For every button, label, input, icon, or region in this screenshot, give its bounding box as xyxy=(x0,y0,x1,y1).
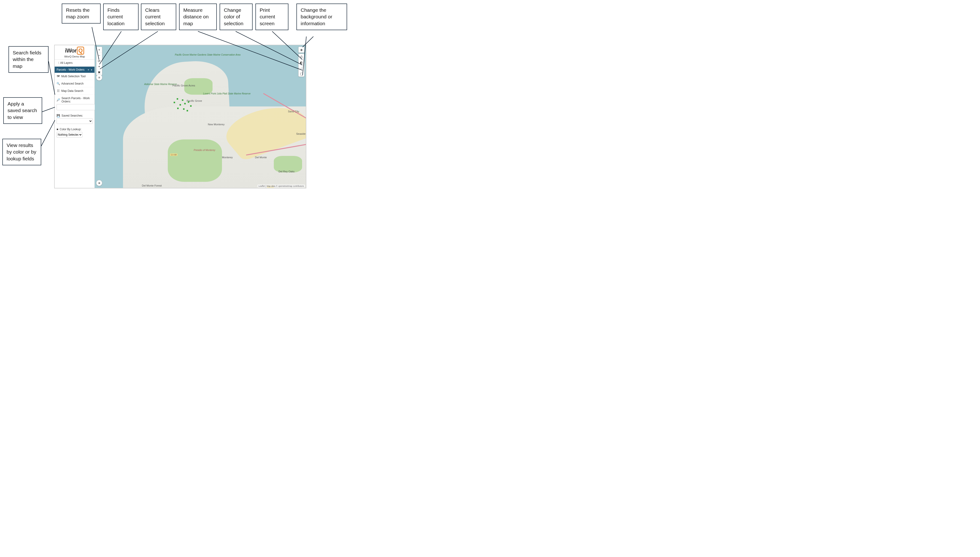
multi-selection-label: Multi Selection Tool xyxy=(61,75,86,78)
map-attribution: Leaflet | Map data © openstreetmap contr… xyxy=(258,185,305,187)
callout-color-lookup: View results by color or by lookup field… xyxy=(2,139,41,165)
globe-icon: ⟳ xyxy=(98,59,101,63)
list-icon: ≡ xyxy=(98,181,100,185)
color-by-lookup-label: ■ Color By Lookup: xyxy=(55,126,95,132)
print-icon: ⎙ xyxy=(300,55,302,59)
svg-line-10 xyxy=(41,120,55,146)
logo-prefix: iWor xyxy=(65,47,77,54)
color-button[interactable]: ◐ xyxy=(298,60,304,65)
search-zoom-icon: 🔍 xyxy=(57,82,60,85)
color-by-lookup-text: Color By Lookup: xyxy=(60,128,81,131)
minus-icon: − xyxy=(98,54,100,57)
list-icon: ≡ xyxy=(98,76,100,79)
all-layers-label: All Layers xyxy=(60,61,73,65)
map-canvas[interactable]: Pacific Grove Pacific Grove Acres New Mo… xyxy=(95,45,306,188)
map-icon: 🗺 xyxy=(57,75,60,78)
locate-icon: ⌖ xyxy=(98,65,100,68)
search-parcels-label: 🔎 Search Parcels - Work Orders: xyxy=(55,94,95,104)
callout-change-color: Change color of selection xyxy=(220,3,253,30)
saved-searches-label: 💾 Saved Searches: xyxy=(55,112,95,118)
sliders-icon: ☷ xyxy=(57,89,60,93)
callout-clear-selection: Clears current selection xyxy=(141,3,176,30)
marker-dot[interactable] xyxy=(188,101,189,103)
marker-dot[interactable] xyxy=(184,103,186,104)
search-section-text: Search Parcels - Work Orders: xyxy=(62,96,93,103)
layer-actions-icon[interactable]: ⚭ ▾ xyxy=(87,68,93,71)
map-toolbar-right: ⎙ ◐ ⟋ ▢ xyxy=(298,54,305,77)
map-window: iWorQ iWorQ Demo Map 〈 All Layers Parcel… xyxy=(54,45,307,189)
measure-button[interactable]: ⟋ xyxy=(298,65,304,71)
zoom-out-button[interactable]: − xyxy=(96,52,102,58)
park-3 xyxy=(274,156,302,173)
map-toolbar-left-list: ≡ xyxy=(96,75,102,81)
search-icon: 🔎 xyxy=(57,98,60,101)
logo: iWorQ xyxy=(55,45,95,55)
color-by-lookup-select[interactable]: Nothing Selected xyxy=(57,132,83,138)
all-layers-link[interactable]: 〈 All Layers xyxy=(55,60,95,67)
print-button[interactable]: ⎙ xyxy=(298,54,304,60)
layers-button[interactable]: ◈ xyxy=(298,47,304,52)
marker-dot[interactable] xyxy=(179,104,181,106)
callout-reset-zoom: Resets the map zoom xyxy=(62,3,101,24)
background-button[interactable]: ▢ xyxy=(298,71,304,77)
map-title: iWorQ Demo Map xyxy=(55,55,95,60)
sidebar-item-advanced-search[interactable]: 🔍 Advanced Search xyxy=(55,80,95,87)
map-data-search-label: Map Data Search xyxy=(61,89,83,93)
search-row: Go xyxy=(55,104,95,112)
callout-find-location: Finds current location xyxy=(103,3,139,30)
logo-q: Q xyxy=(77,47,84,55)
svg-line-8 xyxy=(49,61,55,94)
callout-print: Print current screen xyxy=(255,3,289,30)
saved-searches-select[interactable] xyxy=(57,118,93,124)
marker-dot[interactable] xyxy=(187,110,188,111)
callout-measure: Measure distance on map xyxy=(179,3,217,30)
saved-searches-text: Saved Searches: xyxy=(62,114,83,117)
sidebar-item-multi-selection[interactable]: 🗺 Multi Selection Tool xyxy=(55,73,95,80)
marker-dot[interactable] xyxy=(183,108,184,110)
zoom-in-button[interactable]: + xyxy=(96,47,102,52)
callout-background: Change the background or information xyxy=(297,3,347,30)
bottom-list-button[interactable]: ≡ xyxy=(96,180,102,186)
search-input[interactable] xyxy=(57,104,95,110)
park-2 xyxy=(168,139,222,182)
map-toolbar-left: + − ⟳ ⌖ ✖ xyxy=(96,47,102,75)
sidebar: iWorQ iWorQ Demo Map 〈 All Layers Parcel… xyxy=(55,45,95,188)
folder-icon: ■ xyxy=(57,128,58,131)
locate-button[interactable]: ⌖ xyxy=(96,64,102,70)
eraser-icon: ✖ xyxy=(98,70,101,74)
map-toolbar-layers: ◈ xyxy=(298,47,305,53)
plus-icon: + xyxy=(98,48,100,52)
save-icon: 💾 xyxy=(57,114,60,117)
palette-icon: ◐ xyxy=(300,60,303,64)
ruler-icon: ⟋ xyxy=(300,66,303,70)
callout-saved-search: Apply a saved search to view xyxy=(3,97,42,124)
marker-dot[interactable] xyxy=(177,107,179,109)
active-layer-label: Parcels - Work Orders xyxy=(57,68,84,72)
basemap-icon: ▢ xyxy=(300,72,303,76)
callout-search-fields: Search fields within the map xyxy=(8,46,49,73)
reset-zoom-button[interactable]: ⟳ xyxy=(96,58,102,64)
list-toggle-button[interactable]: ≡ xyxy=(96,75,102,80)
svg-line-9 xyxy=(42,107,55,112)
active-layer-row[interactable]: Parcels - Work Orders ⚭ ▾ xyxy=(55,67,95,73)
park-1 xyxy=(184,78,212,94)
label-pg-marine: Pacific Grove Marine Gardens State Marin… xyxy=(175,54,201,56)
marker-dot[interactable] xyxy=(177,98,178,99)
sidebar-item-map-data-search[interactable]: ☷ Map Data Search xyxy=(55,87,95,94)
marker-dot[interactable] xyxy=(174,102,175,103)
layers-icon: ◈ xyxy=(300,48,303,52)
advanced-search-label: Advanced Search xyxy=(61,82,84,85)
marker-dot[interactable] xyxy=(190,105,192,107)
marker-dot[interactable] xyxy=(182,99,183,101)
